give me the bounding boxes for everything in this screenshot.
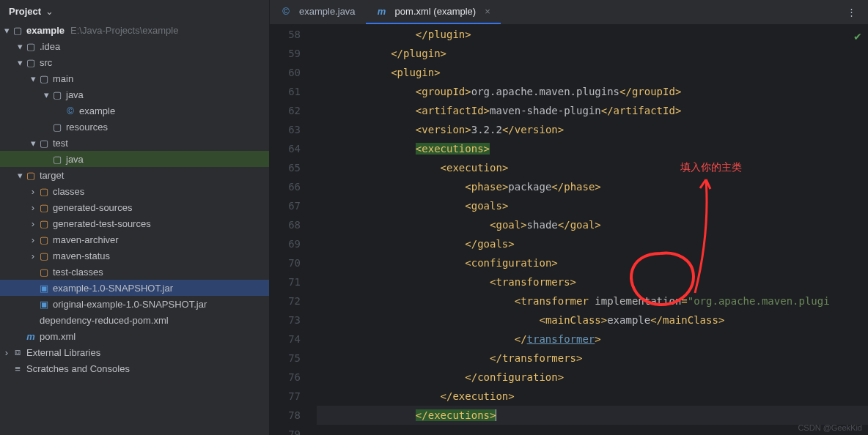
sidebar-header[interactable]: Project ⌄ [0,0,269,22]
chevron-icon[interactable]: › [28,186,38,197]
editor-tab[interactable]: ©example.java [270,0,366,24]
chevron-icon[interactable]: ▾ [15,170,25,181]
folder-tgt-icon: ▢ [38,186,50,197]
code-line[interactable]: </transformer> [317,330,868,349]
folder-icon: ▢ [38,138,50,149]
chevron-icon[interactable]: › [28,234,38,245]
folder-icon: ▢ [51,154,63,165]
tree-item[interactable]: ▾▢.idea [0,38,269,54]
jar-icon: ▣ [38,299,50,310]
tree-item[interactable]: ▾▢src [0,54,269,70]
tree-root[interactable]: ▾ ▢ example E:\Java-Projects\example [0,22,269,38]
code-line[interactable]: </configuration> [317,368,868,387]
tree-item[interactable]: ›▢maven-archiver [0,231,269,248]
tree-item[interactable]: ›▢maven-status [0,248,269,264]
tree-item[interactable]: ›▢generated-sources [0,199,269,215]
code-line[interactable]: <transformer implementation="org.apache.… [317,291,868,311]
root-path: E:\Java-Projects\example [70,25,178,36]
tree-item[interactable]: ©example [0,103,269,119]
code-line[interactable]: <artifactId>maven-shade-plugin</artifact… [317,101,868,120]
chevron-icon[interactable]: ▾ [15,57,25,68]
tree-item[interactable]: dependency-reduced-pom.xml [0,312,269,328]
code-line[interactable]: <configuration> [317,253,868,272]
tabs-more-icon[interactable]: ⋮ [841,0,862,24]
folder-tgt-icon: ▢ [25,170,37,181]
maven-icon: m [25,331,37,342]
code-content[interactable]: </plugin> </plugin> <plugin> <groupId>or… [314,25,868,435]
code-line[interactable]: <mainClass>example</mainClass> [317,311,868,330]
tree-item[interactable]: ▾▢target [0,167,269,183]
code-line[interactable]: <executions> [317,139,868,158]
sidebar-title: Project [9,6,41,17]
code-line[interactable]: <goal>shade</goal> [317,215,868,234]
project-sidebar: Project ⌄ ▾ ▢ example E:\Java-Projects\e… [0,0,270,435]
folder-icon: ▢ [25,57,37,68]
code-editor[interactable]: 5859606162636465666768697071727374757677… [270,25,868,435]
code-line[interactable]: </plugin> [317,44,868,63]
jar-icon: ▣ [38,283,50,294]
code-line[interactable]: <transformers> [317,272,868,291]
code-line[interactable]: <groupId>org.apache.maven.plugins</group… [317,82,868,101]
editor-area: ©example.javampom.xml (example)× ⋮ 58596… [270,0,868,435]
folder-icon: ▢ [12,25,23,36]
chevron-icon[interactable]: › [28,218,38,229]
chevron-icon[interactable]: › [28,250,38,261]
folder-tgt-icon: ▢ [38,267,50,278]
code-line[interactable]: <plugin> [317,63,868,82]
chevron-icon[interactable]: ▾ [41,89,51,100]
external-libraries[interactable]: › ⧈ External Libraries [0,344,269,360]
chevron-down-icon: ⌄ [45,6,54,17]
folder-tgt-icon: ▢ [38,234,50,245]
inspections-ok-icon[interactable]: ✔ [853,31,862,42]
maven-icon: m [376,6,388,17]
java-icon: © [280,6,292,17]
code-line[interactable]: </plugin> [317,25,868,44]
code-line[interactable]: <goals> [317,196,868,215]
java-icon: © [65,105,76,116]
editor-tab[interactable]: mpom.xml (example)× [366,0,501,24]
tree-item[interactable]: ▾▢main [0,70,269,86]
tree-item[interactable]: ▾▢test [0,135,269,151]
code-line[interactable]: <version>3.2.2</version> [317,120,868,139]
chevron-icon[interactable]: ▾ [28,73,38,84]
chevron-icon[interactable]: ▾ [1,25,12,36]
chevron-icon[interactable]: ▾ [28,138,38,149]
chevron-icon[interactable]: ▾ [15,41,25,52]
code-line[interactable]: </executions> [317,406,868,425]
tree-item[interactable]: ▣original-example-1.0-SNAPSHOT.jar [0,296,269,312]
chevron-icon[interactable]: › [1,347,12,358]
folder-icon: ▢ [25,41,37,52]
close-icon[interactable]: × [485,6,490,17]
folder-icon: ▢ [51,89,63,100]
folder-tgt-icon: ▢ [38,202,50,213]
tree-item[interactable]: ▢test-classes [0,264,269,280]
code-line[interactable]: </goals> [317,234,868,253]
code-line[interactable]: <execution> [317,158,868,177]
folder-icon: ▢ [38,73,50,84]
editor-tabs: ©example.javampom.xml (example)× ⋮ [270,0,868,25]
tree-item[interactable]: mpom.xml [0,328,269,344]
code-line[interactable]: </transformers> [317,349,868,368]
folder-tgt-icon: ▢ [38,250,50,261]
folder-icon: ▢ [51,122,63,133]
folder-tgt-icon: ▢ [38,218,50,229]
tree-item[interactable]: ▢java [0,151,269,167]
line-gutter: 5859606162636465666768697071727374757677… [270,25,314,435]
tree-item[interactable]: ›▢classes [0,183,269,199]
code-line[interactable]: <phase>package</phase> [317,177,868,196]
scratches-and-consoles[interactable]: ≡ Scratches and Consoles [0,360,269,376]
root-name: example [26,25,65,36]
tree-item[interactable]: ▢resources [0,119,269,135]
library-icon: ⧈ [12,346,23,358]
tree-item[interactable]: ▾▢java [0,86,269,103]
chevron-icon[interactable]: › [28,202,38,213]
tree-item[interactable]: ›▢generated-test-sources [0,215,269,231]
scratch-icon: ≡ [12,363,23,374]
project-tree[interactable]: ▾ ▢ example E:\Java-Projects\example ▾▢.… [0,22,269,435]
code-line[interactable] [317,425,868,435]
code-line[interactable]: </execution> [317,387,868,406]
tree-item[interactable]: ▣example-1.0-SNAPSHOT.jar [0,280,269,296]
